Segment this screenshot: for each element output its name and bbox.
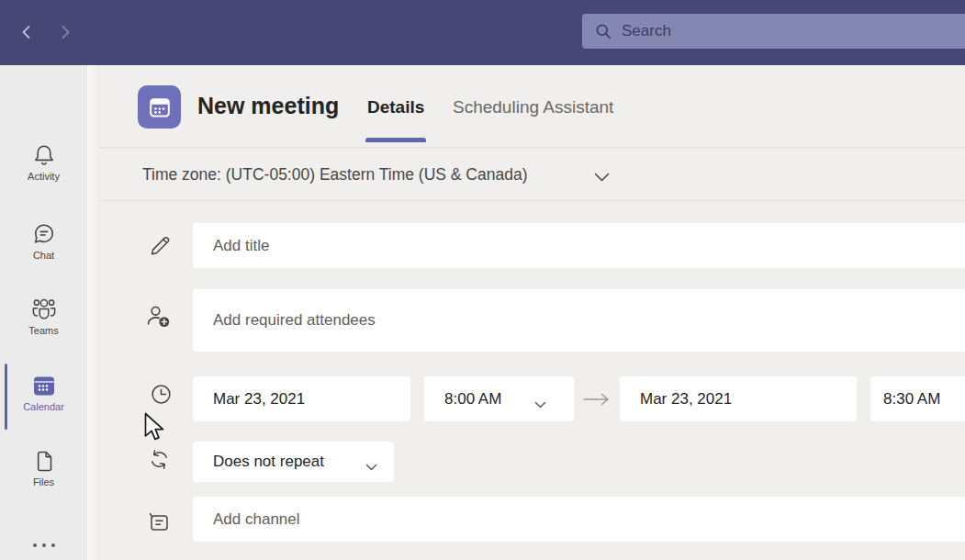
timezone-selector[interactable]: Time zone: (UTC-05:00) Eastern Time (US … <box>142 165 528 185</box>
pencil-icon <box>149 231 174 260</box>
channel-input[interactable]: Add channel <box>193 497 965 542</box>
start-time-value: 8:00 AM <box>424 390 501 409</box>
teams-icon <box>31 297 57 322</box>
start-date-value: Mar 23, 2021 <box>193 390 305 409</box>
channel-placeholder: Add channel <box>193 510 300 529</box>
bell-icon <box>31 142 57 168</box>
end-date-field[interactable]: Mar 23, 2021 <box>620 376 857 421</box>
title-placeholder: Add title <box>193 237 269 255</box>
start-time-dropdown[interactable]: 8:00 AM <box>424 376 574 421</box>
tab-details[interactable]: Details <box>367 97 424 118</box>
mouse-cursor <box>144 412 164 444</box>
end-time-value: 8:30 AM <box>870 390 940 409</box>
end-date-value: Mar 23, 2021 <box>620 390 732 409</box>
sidebar-label: Chat <box>0 250 87 261</box>
search-input[interactable]: Search <box>582 14 965 49</box>
attendees-placeholder: Add required attendees <box>193 311 376 330</box>
calendar-icon <box>31 373 57 398</box>
sidebar-label: Calendar <box>0 401 87 412</box>
title-input[interactable]: Add title <box>193 223 965 268</box>
chat-icon <box>31 221 57 247</box>
active-tab-underline <box>365 138 426 142</box>
title-bar: Search <box>0 0 965 65</box>
tab-scheduling-assistant[interactable]: Scheduling Assistant <box>453 97 613 118</box>
search-placeholder: Search <box>622 22 671 40</box>
attendees-input[interactable]: Add required attendees <box>193 289 965 352</box>
chevron-down-icon <box>365 458 377 476</box>
nav-forward-button[interactable] <box>57 24 75 42</box>
new-meeting-icon <box>138 85 181 129</box>
recurrence-value: Does not repeat <box>193 453 324 471</box>
header-divider <box>98 147 965 148</box>
more-apps-button[interactable] <box>0 537 87 554</box>
start-date-field[interactable]: Mar 23, 2021 <box>193 376 410 421</box>
sidebar-content-divider <box>87 65 98 560</box>
sidebar-label: Files <box>0 476 87 487</box>
files-icon <box>31 448 57 474</box>
sidebar-label: Activity <box>0 171 87 182</box>
chevron-down-icon[interactable] <box>594 170 610 186</box>
timezone-divider <box>98 200 965 201</box>
sidebar-item-teams[interactable]: Teams <box>0 297 87 336</box>
page-title: New meeting <box>197 93 339 119</box>
ellipsis-icon <box>28 541 61 550</box>
sidebar-item-calendar[interactable]: Calendar <box>0 373 87 412</box>
repeat-icon <box>147 447 172 476</box>
nav-back-button[interactable] <box>18 24 37 42</box>
calendar-glyph-icon <box>148 95 172 119</box>
teams-window: Search Activity Chat <box>0 0 965 560</box>
chevron-right-icon <box>57 24 73 40</box>
sidebar-item-chat[interactable]: Chat <box>0 221 87 261</box>
search-icon <box>595 23 612 40</box>
recurrence-dropdown[interactable]: Does not repeat <box>193 442 394 482</box>
clock-icon <box>149 382 174 410</box>
sidebar-item-activity[interactable]: Activity <box>0 142 87 182</box>
end-time-dropdown[interactable]: 8:30 AM <box>870 376 965 421</box>
chevron-left-icon <box>18 24 35 40</box>
person-add-icon <box>145 304 173 333</box>
chevron-down-icon <box>534 396 546 414</box>
sidebar-label: Teams <box>0 325 87 336</box>
arrow-right-icon <box>582 391 611 411</box>
channel-icon <box>146 510 172 539</box>
sidebar-item-files[interactable]: Files <box>0 448 87 487</box>
app-sidebar: Activity Chat Teams <box>0 65 87 560</box>
